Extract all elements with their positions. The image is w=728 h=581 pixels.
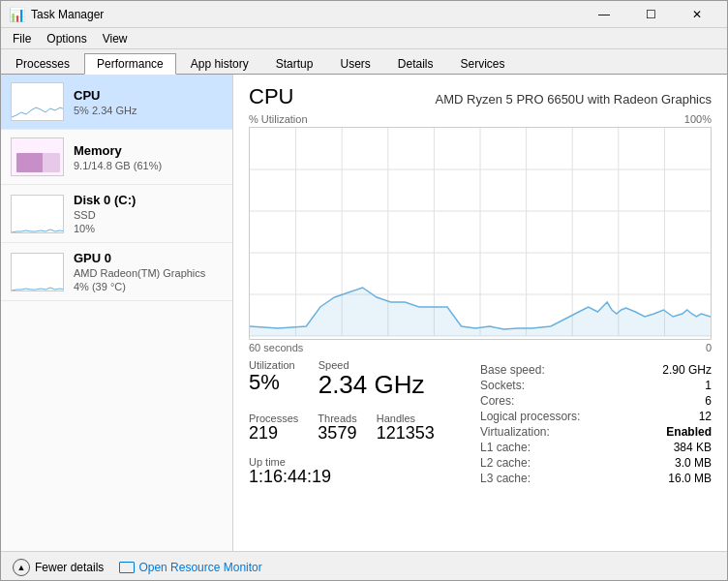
tab-details[interactable]: Details (385, 52, 446, 74)
menu-view[interactable]: View (95, 30, 136, 47)
title-bar-controls: — ☐ ✕ (582, 5, 719, 24)
threads-value: 3579 (318, 424, 356, 443)
svg-rect-5 (12, 254, 64, 291)
resource-monitor-label: Open Resource Monitor (138, 561, 261, 574)
bottom-bar: ▲ Fewer details Open Resource Monitor (1, 551, 727, 581)
title-bar-left: 📊 Task Manager (9, 7, 104, 22)
threads-stat: Threads 3579 (318, 413, 356, 443)
tab-app-history[interactable]: App history (178, 52, 261, 74)
tab-startup[interactable]: Startup (263, 52, 326, 74)
utilization-value: 5% (249, 371, 295, 394)
menu-bar: File Options View (1, 28, 727, 49)
gpu-sidebar-info: GPU 0 AMD Radeon(TM) Graphics 4% (39 °C) (74, 251, 223, 292)
handles-label: Handles (377, 413, 435, 424)
svg-rect-4 (12, 196, 64, 233)
processes-value: 219 (249, 424, 298, 443)
prop-l1-cache: L1 cache: 384 KB (480, 441, 712, 454)
cpu-sidebar-info: CPU 5% 2.34 GHz (74, 88, 223, 116)
main-content: CPU 5% 2.34 GHz Memory 9.1/14.8 GB (61%) (1, 75, 727, 551)
stats-right: Base speed: 2.90 GHz Sockets: 1 Cores: 6… (480, 359, 712, 495)
disk-sidebar-subtitle2: 10% (74, 223, 223, 234)
memory-sidebar-subtitle: 9.1/14.8 GB (61%) (74, 160, 223, 171)
sidebar-item-memory[interactable]: Memory 9.1/14.8 GB (61%) (1, 130, 232, 185)
handles-value: 121353 (377, 424, 435, 443)
resource-monitor-link[interactable]: Open Resource Monitor (119, 561, 261, 574)
chevron-up-icon: ▲ (13, 559, 30, 576)
handles-stat: Handles 121353 (377, 413, 435, 443)
prop-logical-processors: Logical processors: 12 (480, 410, 712, 423)
prop-cores: Cores: 6 (480, 394, 712, 408)
processes-label: Processes (249, 413, 298, 424)
sidebar-item-cpu[interactable]: CPU 5% 2.34 GHz (1, 75, 232, 130)
svg-rect-0 (12, 83, 64, 121)
tab-bar: Processes Performance App history Startu… (1, 49, 727, 75)
cpu-sidebar-title: CPU (74, 88, 223, 103)
prop-l2-cache: L2 cache: 3.0 MB (480, 456, 712, 470)
menu-options[interactable]: Options (39, 30, 94, 47)
disk-thumbnail (11, 195, 64, 233)
maximize-button[interactable]: ☐ (628, 5, 673, 24)
prop-sockets: Sockets: 1 (480, 379, 712, 392)
x-label-right: 0 (706, 342, 712, 353)
window-title: Task Manager (31, 8, 104, 21)
minimize-button[interactable]: — (582, 5, 626, 24)
memory-sidebar-info: Memory 9.1/14.8 GB (61%) (74, 143, 223, 171)
panel-title: CPU (249, 84, 293, 109)
x-label-left: 60 seconds (249, 342, 303, 353)
fewer-details-label: Fewer details (35, 561, 104, 574)
menu-file[interactable]: File (5, 30, 39, 47)
gpu-sidebar-subtitle2: 4% (39 °C) (74, 281, 223, 292)
prop-base-speed: Base speed: 2.90 GHz (480, 363, 712, 377)
stats-left: Utilization 5% Speed 2.34 GHz Processes … (249, 359, 480, 495)
processes-stat: Processes 219 (249, 413, 298, 443)
prop-virtualization: Virtualization: Enabled (480, 425, 712, 439)
threads-label: Threads (318, 413, 356, 424)
cpu-thumbnail (11, 82, 64, 121)
svg-rect-3 (16, 153, 43, 172)
chart-y-labels: % Utilization 100% (249, 113, 712, 125)
uptime-stat: Up time 1:16:44:19 (249, 456, 480, 487)
utilization-stat: Utilization 5% (249, 359, 295, 399)
gpu-thumbnail (11, 253, 64, 291)
tab-services[interactable]: Services (448, 52, 518, 74)
gpu-sidebar-title: GPU 0 (74, 251, 223, 265)
chart-x-labels: 60 seconds 0 (249, 342, 712, 353)
fewer-details-button[interactable]: ▲ Fewer details (13, 559, 104, 576)
stats-container: Utilization 5% Speed 2.34 GHz Processes … (249, 359, 712, 495)
cpu-detail-panel: CPU AMD Ryzen 5 PRO 6650U with Radeon Gr… (233, 75, 727, 551)
chart-header: CPU AMD Ryzen 5 PRO 6650U with Radeon Gr… (249, 84, 712, 109)
monitor-icon (119, 562, 135, 573)
cpu-chart (249, 127, 712, 340)
sidebar: CPU 5% 2.34 GHz Memory 9.1/14.8 GB (61%) (1, 75, 233, 551)
prop-l3-cache: L3 cache: 16.0 MB (480, 472, 712, 485)
memory-sidebar-title: Memory (74, 143, 223, 158)
speed-value: 2.34 GHz (318, 371, 425, 399)
cpu-sidebar-subtitle: 5% 2.34 GHz (74, 105, 223, 116)
tab-performance[interactable]: Performance (84, 53, 176, 75)
disk-sidebar-info: Disk 0 (C:) SSD 10% (74, 193, 223, 234)
sidebar-item-gpu[interactable]: GPU 0 AMD Radeon(TM) Graphics 4% (39 °C) (1, 243, 232, 301)
sidebar-item-disk[interactable]: Disk 0 (C:) SSD 10% (1, 185, 232, 243)
disk-sidebar-title: Disk 0 (C:) (74, 193, 223, 207)
panel-subtitle: AMD Ryzen 5 PRO 6650U with Radeon Graphi… (436, 92, 712, 107)
app-icon: 📊 (9, 7, 25, 22)
y-label-top: % Utilization (249, 113, 308, 125)
title-bar: 📊 Task Manager — ☐ ✕ (1, 1, 727, 28)
disk-sidebar-subtitle: SSD (74, 209, 223, 221)
gpu-sidebar-subtitle: AMD Radeon(TM) Graphics (74, 267, 223, 279)
tab-processes[interactable]: Processes (3, 52, 82, 74)
y-label-right: 100% (684, 113, 712, 125)
memory-thumbnail (11, 138, 64, 176)
uptime-value: 1:16:44:19 (249, 468, 480, 487)
speed-stat: Speed 2.34 GHz (318, 359, 425, 399)
close-button[interactable]: ✕ (675, 5, 719, 24)
tab-users[interactable]: Users (327, 52, 382, 74)
properties-table: Base speed: 2.90 GHz Sockets: 1 Cores: 6… (480, 363, 712, 485)
